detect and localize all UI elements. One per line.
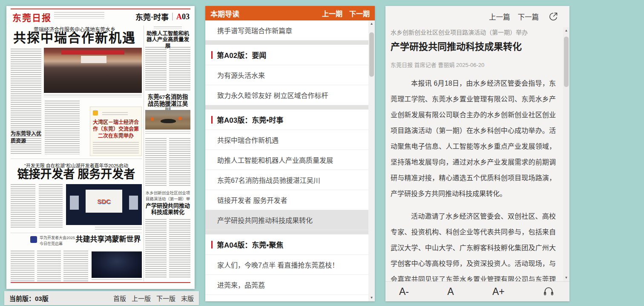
brief-headline[interactable]: 大湾区－瑞士经济合作（东莞）交流会第二次在东莞举办: [93, 119, 139, 140]
toc-item-label: 第A02版：要闻: [217, 49, 266, 60]
scroll-up-icon[interactable]: ▲: [563, 28, 569, 34]
newspaper-page[interactable]: 东莞日报 东莞·时事 A03 莞瑞经济合作服务中心落地东莞水乡 共探中瑞合作新机…: [6, 6, 195, 289]
page-nav-link[interactable]: 首版: [113, 294, 126, 303]
right-col-headline-1[interactable]: 助推人工智能和机器人产业高质量发展: [145, 31, 190, 49]
sdc-screen: SDC: [86, 190, 122, 213]
toc-item[interactable]: 产学研投共同推动科技成果转化: [205, 210, 368, 230]
toc-item[interactable]: 共探中瑞合作新机遇: [205, 130, 368, 150]
scroll-up-icon[interactable]: ▲: [368, 21, 375, 27]
side-screen: [70, 196, 79, 210]
article3-kicker-line1: 华为开发者大会2025: [40, 236, 75, 240]
toc-item[interactable]: 链接开发者 服务开发者: [205, 190, 368, 210]
toc-item-label: 进莞来，品莞荔: [217, 280, 265, 290]
rescuer: [178, 117, 181, 120]
text-lines: [102, 112, 128, 115]
text-lines: [154, 26, 182, 29]
toc-item-label: 致力永久睦邻友好 树立区域合作标杆: [217, 90, 328, 100]
article3-kicker-line2: 今日在莞启幕: [40, 242, 63, 246]
scroll-down-icon[interactable]: ▼: [368, 295, 375, 301]
article-body: 本报讯 6月18日，由水乡经济区管委会指导，东莞理工学院、东莞水乡置业管理有限公…: [391, 75, 556, 281]
reader-scrollbar[interactable]: ▲ ▼: [563, 27, 569, 281]
side-screen: [129, 196, 138, 210]
article-content: 水乡创新创业社区创业项目路演活动（第一期）举办 产学研投共同推动科技成果转化 东…: [391, 28, 556, 281]
toc-item[interactable]: 家人们，今晚7点半 看直播抢东莞荔枝！: [205, 255, 368, 275]
toc-item[interactable]: 助推人工智能和机器人产业高质量发展: [205, 150, 368, 170]
right-col-headline-3[interactable]: 产学研投共同推动科技成果转化: [145, 203, 190, 216]
toc-item-label: 链接开发者 服务开发者: [217, 195, 287, 205]
section-marker: [211, 51, 213, 59]
reader-toolbar: A- A A+: [385, 281, 569, 301]
next-article-button[interactable]: 下一篇: [518, 12, 539, 22]
flood-rescue-photo: [145, 110, 190, 130]
page-nav-link[interactable]: 上一版: [132, 294, 151, 303]
text-lines: [45, 101, 80, 154]
article2-headline[interactable]: 链接开发者 服务开发者: [11, 168, 142, 181]
text-lines: [169, 47, 190, 91]
text-lines: [11, 184, 35, 228]
reader-nav: 上一篇 下一篇: [489, 12, 558, 22]
article1-subhead: 为东莞导入优质资源: [11, 130, 41, 145]
toc-header: 本期导读 上一期 下一期: [205, 6, 375, 20]
next-issue-button[interactable]: 下一期: [349, 8, 370, 18]
font-larger-button[interactable]: A+: [492, 286, 505, 297]
toc-item[interactable]: 携手谱写莞瑞合作新篇章: [205, 20, 368, 40]
current-page-label: 当前版：03版: [9, 294, 49, 303]
epaper-app: 东莞日报 东莞·时事 A03 莞瑞经济合作服务中心落地东莞水乡 共探中瑞合作新机…: [0, 0, 644, 306]
toc-item-label: 携手谱写莞瑞合作新篇章: [217, 25, 292, 35]
text-lines: [169, 138, 190, 186]
toc-item[interactable]: 第A04版：东莞•聚焦: [205, 230, 368, 255]
share-icon[interactable]: [548, 12, 558, 22]
toc-item[interactable]: 致力永久睦邻友好 树立区域合作标杆: [205, 85, 368, 105]
masthead-section: 东莞·时事 A03: [135, 11, 190, 22]
prev-issue-button[interactable]: 上一期: [322, 8, 342, 18]
page-nav-link[interactable]: 末版: [181, 294, 194, 303]
article-kicker: 水乡创新创业社区创业项目路演活动（第一期）举办: [391, 28, 556, 37]
text-lines: [37, 251, 61, 281]
text-lines: [54, 12, 104, 19]
font-smaller-button[interactable]: A-: [399, 286, 409, 297]
prev-article-button[interactable]: 上一篇: [489, 12, 510, 22]
scrollbar-thumb[interactable]: [564, 37, 569, 87]
article-title: 产学研投共同推动科技成果转化: [391, 40, 556, 53]
toc-item[interactable]: 进莞来，品莞荔: [205, 275, 368, 295]
photo-caption-lines: [95, 227, 142, 231]
toc-item[interactable]: 第A02版：要闻: [205, 40, 368, 65]
toc-item[interactable]: 高速驿站变身“荔”园 司乘朋友一路: [205, 295, 368, 301]
rescue-boat: [161, 119, 176, 123]
article3-headline[interactable]: 共建共享鸿蒙新世界: [75, 235, 142, 244]
text-lines: [63, 251, 88, 281]
section-name: 东莞·时事: [135, 11, 169, 22]
font-normal-button[interactable]: A: [447, 286, 454, 297]
scrollbar-thumb[interactable]: [369, 32, 374, 77]
toc-item[interactable]: 第A03版：东莞•时事: [205, 105, 368, 130]
auditorium-photo: [92, 251, 142, 278]
toc-item-label: 产学研投共同推动科技成果转化: [217, 215, 313, 225]
page-bar: 当前版：03版 首版上一版下一版末版: [4, 291, 199, 305]
page-nav-link[interactable]: 下一版: [156, 294, 175, 303]
text-lines: [169, 219, 190, 279]
text-lines: [11, 251, 34, 281]
toc-list: 携手谱写莞瑞合作新篇章 第A02版：要闻 为有源头活水来 致力永久睦邻友好 树立…: [205, 20, 368, 301]
toc-item[interactable]: 为有源头活水来: [205, 65, 368, 85]
toc-item-label: 助推人工智能和机器人产业高质量发展: [217, 155, 333, 165]
text-lines: [145, 219, 167, 279]
article3-kicker: 华为开发者大会2025 今日在莞启幕: [40, 235, 77, 247]
photo-caption-lines: [44, 95, 142, 97]
toc-item-label: 家人们，今晚7点半 看直播抢东莞荔枝！: [217, 260, 339, 270]
headphones-icon[interactable]: [543, 287, 554, 296]
toc-item-label: 第A04版：东莞•聚焦: [217, 239, 283, 250]
rescuer: [151, 117, 154, 120]
toc-item[interactable]: 东莞67名消防指战员驰援湛江吴川: [205, 170, 368, 190]
brief-box[interactable]: 大湾区－瑞士经济合作（东莞）交流会第二次在东莞举办: [90, 107, 142, 156]
toc-title: 本期导读: [210, 8, 239, 19]
scroll-down-icon[interactable]: ▼: [563, 275, 569, 281]
text-lines: [155, 107, 181, 109]
article1-headline[interactable]: 共探中瑞合作新机遇: [11, 31, 138, 46]
toc-item-label: 共探中瑞合作新机遇: [217, 135, 279, 145]
article-reader: 上一篇 下一篇 水乡创新创业社区创业项目路演活动（第一期）举办 产学研投共同推动…: [385, 6, 569, 301]
page-navigation: 首版上一版下一版末版: [113, 294, 194, 303]
toc-scrollbar[interactable]: ▲ ▼: [368, 20, 375, 301]
stage-banner: [61, 50, 124, 55]
text-lines: [93, 142, 139, 154]
rule: [11, 159, 142, 159]
